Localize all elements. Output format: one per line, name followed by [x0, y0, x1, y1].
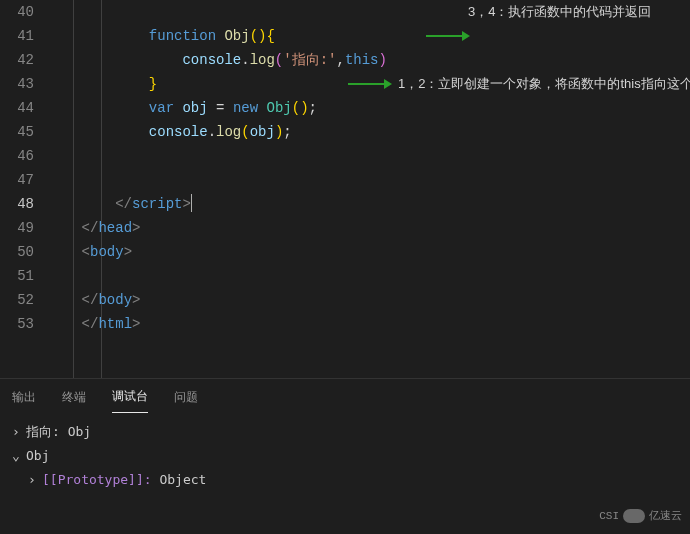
code-content[interactable]: 3，4：执行函数中的代码并返回 1，2：立即创建一个对象，将函数中的this指向… [48, 0, 690, 378]
tab-debug-console[interactable]: 调试台 [112, 384, 148, 413]
code-line[interactable]: <body> [48, 240, 690, 264]
panel: 输出 终端 调试台 问题 › 指向: Obj ⌄ Obj › [[Prototy… [0, 378, 690, 534]
console-row[interactable]: › [[Prototype]]: Object [10, 468, 680, 492]
console-text: Obj [26, 444, 49, 468]
code-line[interactable]: console.log('指向:',this) [48, 48, 690, 72]
chevron-right-icon[interactable]: › [26, 468, 38, 492]
console-row[interactable]: ⌄ Obj [10, 444, 680, 468]
code-line[interactable] [48, 0, 690, 24]
chevron-right-icon[interactable]: › [10, 420, 22, 444]
console-row[interactable]: › 指向: Obj [10, 420, 680, 444]
code-line[interactable]: </script> [48, 192, 690, 216]
tab-problems[interactable]: 问题 [174, 385, 198, 409]
code-line[interactable]: function Obj(){ [48, 24, 690, 48]
code-line[interactable]: } [48, 72, 690, 96]
debug-console[interactable]: › 指向: Obj ⌄ Obj › [[Prototype]]: Object [0, 414, 690, 498]
chevron-down-icon[interactable]: ⌄ [10, 444, 22, 468]
tab-terminal[interactable]: 终端 [62, 385, 86, 409]
code-line[interactable]: </body> [48, 288, 690, 312]
code-editor[interactable]: 4041424344454647484950515253 3，4：执行函数中的代… [0, 0, 690, 378]
watermark: CSI 亿速云 [599, 504, 682, 528]
code-line[interactable]: var obj = new Obj(); [48, 96, 690, 120]
code-line[interactable] [48, 168, 690, 192]
tab-output[interactable]: 输出 [12, 385, 36, 409]
prototype-value: Object [159, 468, 206, 492]
code-line[interactable] [48, 144, 690, 168]
console-text: 指向: Obj [26, 420, 91, 444]
code-line[interactable]: console.log(obj); [48, 120, 690, 144]
code-line[interactable]: </html> [48, 312, 690, 336]
code-line[interactable] [48, 264, 690, 288]
code-line[interactable]: </head> [48, 216, 690, 240]
cloud-icon [623, 509, 645, 523]
line-gutter: 4041424344454647484950515253 [0, 0, 48, 378]
panel-tabs: 输出 终端 调试台 问题 [0, 379, 690, 414]
prototype-label: [[Prototype]]: [42, 468, 152, 492]
